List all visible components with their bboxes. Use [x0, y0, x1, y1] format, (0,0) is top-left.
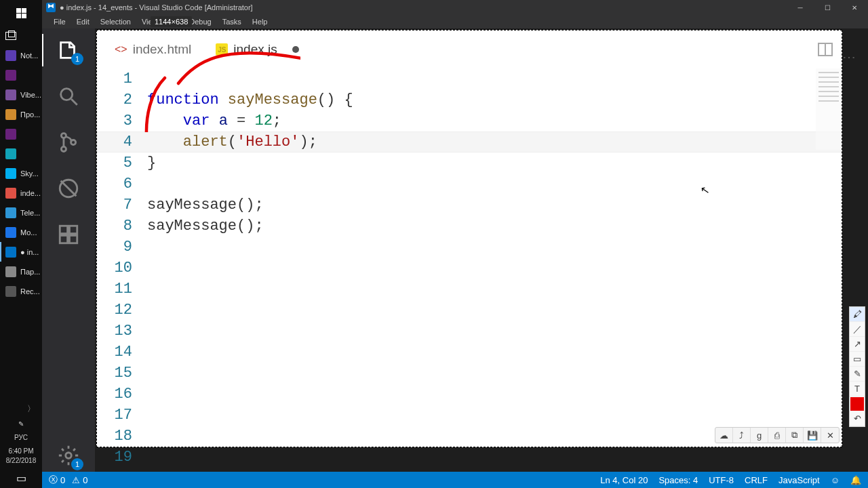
dirty-indicator-icon	[292, 46, 299, 53]
windows-taskbar: Not... Vibe... Про... Sky... inde... Tel…	[0, 0, 42, 488]
screenshot-selection[interactable]: <> index.html JS index.js 1 2function sa…	[96, 30, 842, 447]
editor-more-icon[interactable]: ⋯	[842, 49, 857, 65]
shot-save-icon[interactable]: 💾	[804, 428, 821, 443]
screenshot-actions: ☁ ⤴ g ⎙ ⧉ 💾 ✕	[715, 427, 840, 443]
tool-color-swatch[interactable]	[850, 397, 864, 411]
svg-rect-6	[69, 226, 77, 233]
minimap[interactable]	[816, 68, 842, 150]
status-cursor-pos[interactable]: Ln 4, Col 20	[600, 475, 648, 485]
status-eol[interactable]: CRLF	[745, 475, 768, 485]
svg-point-9	[66, 453, 72, 459]
capture-dimensions-badge: 1144×638	[151, 16, 192, 27]
tool-arrow[interactable]: ↗	[850, 337, 865, 352]
taskbar-app[interactable]	[0, 124, 42, 144]
activity-debug[interactable]	[52, 172, 85, 205]
editor-tabs: <> index.html JS index.js	[97, 30, 842, 68]
status-language[interactable]: JavaScript	[778, 475, 820, 485]
taskbar-app[interactable]: inde...	[0, 183, 42, 203]
taskbar-app-vscode[interactable]: ● in...	[0, 242, 42, 262]
notifications-icon[interactable]: ▭	[0, 468, 42, 488]
activity-settings[interactable]: 1	[52, 439, 85, 472]
menu-help[interactable]: Help	[248, 16, 273, 27]
split-editor-icon[interactable]	[817, 41, 833, 58]
settings-badge: 1	[71, 458, 83, 470]
taskbar-app[interactable]: Rec...	[0, 281, 42, 301]
shot-close-icon[interactable]: ✕	[821, 428, 839, 443]
minimize-button[interactable]: ─	[787, 0, 814, 15]
html-file-icon: <>	[115, 43, 127, 56]
svg-point-2	[61, 146, 66, 151]
code-editor[interactable]: 1 2function sayMessage() { 3 var a = 12;…	[97, 68, 842, 447]
start-button[interactable]	[0, 0, 42, 26]
status-bar: ⓧ 0 ⚠ 0 Ln 4, Col 20 Spaces: 4 UTF-8 CRL…	[42, 472, 868, 488]
screenshot-tool-palette: 🖍 ／ ↗ ▭ ✎ T ↶	[849, 306, 865, 427]
tool-undo[interactable]: ↶	[850, 411, 865, 426]
activity-bar: 1 1	[42, 28, 95, 472]
tool-highlighter[interactable]: 🖍	[850, 307, 865, 322]
task-view-button[interactable]	[0, 26, 42, 45]
tool-rect[interactable]: ▭	[850, 352, 865, 367]
taskbar-app[interactable]: Про...	[0, 104, 42, 124]
clock[interactable]: 6:40 PM8/22/2018	[0, 445, 42, 468]
svg-rect-5	[60, 226, 67, 233]
taskbar-app[interactable]	[0, 65, 42, 85]
menu-file[interactable]: File	[49, 16, 71, 27]
status-indent[interactable]: Spaces: 4	[658, 475, 698, 485]
editor-group: 1144×638 <> index.html JS index.js	[95, 28, 868, 472]
tab-label: index.js	[233, 42, 277, 57]
pen-tray-icon[interactable]: ✎	[0, 418, 42, 431]
activity-extensions[interactable]	[52, 218, 85, 251]
taskbar-app[interactable]: Not...	[0, 45, 42, 65]
shot-print-icon[interactable]: ⎙	[768, 428, 786, 443]
menu-edit[interactable]: Edit	[72, 16, 94, 27]
tab-label: index.html	[133, 42, 192, 57]
taskbar-app[interactable]: Пар...	[0, 262, 42, 281]
activity-scm[interactable]	[52, 126, 85, 159]
shot-upload-icon[interactable]: ☁	[715, 428, 733, 443]
svg-point-0	[61, 89, 73, 100]
activity-search[interactable]	[52, 80, 85, 113]
taskbar-app[interactable]	[0, 144, 42, 163]
status-errors[interactable]: ⓧ 0	[49, 474, 65, 486]
maximize-button[interactable]: ☐	[814, 0, 841, 15]
tool-text[interactable]: T	[850, 382, 865, 396]
js-file-icon: JS	[216, 43, 228, 56]
taskbar-app[interactable]: Sky...	[0, 163, 42, 183]
status-bell-icon[interactable]: 🔔	[850, 475, 861, 485]
tool-line[interactable]: ／	[850, 322, 865, 337]
activity-explorer[interactable]: 1	[52, 34, 85, 66]
explorer-badge: 1	[71, 53, 83, 65]
status-warnings[interactable]: ⚠ 0	[72, 475, 87, 485]
vscode-window: ● index.js - 14_events - Visual Studio C…	[42, 0, 868, 488]
svg-rect-8	[69, 235, 77, 243]
keyboard-layout[interactable]: РУС	[0, 431, 42, 445]
shot-share-icon[interactable]: ⤴	[733, 428, 751, 443]
tray-overflow-icon[interactable]: 〉	[0, 400, 42, 418]
status-encoding[interactable]: UTF-8	[709, 475, 734, 485]
svg-rect-7	[60, 235, 67, 243]
tool-pencil[interactable]: ✎	[850, 367, 865, 382]
menu-selection[interactable]: Selection	[96, 16, 136, 27]
taskbar-app[interactable]: Tele...	[0, 203, 42, 222]
status-feedback-icon[interactable]: ☺	[831, 475, 840, 485]
taskbar-app[interactable]: Mo...	[0, 222, 42, 242]
shot-search-icon[interactable]: g	[751, 428, 768, 443]
tab-index-js[interactable]: JS index.js	[203, 37, 311, 62]
taskbar-app[interactable]: Vibe...	[0, 85, 42, 104]
titlebar: ● index.js - 14_events - Visual Studio C…	[42, 0, 868, 15]
menu-tasks[interactable]: Tasks	[218, 16, 246, 27]
window-title: ● index.js - 14_events - Visual Studio C…	[60, 3, 253, 12]
vscode-icon	[46, 3, 56, 12]
close-button[interactable]: ✕	[841, 0, 868, 15]
shot-copy-icon[interactable]: ⧉	[786, 428, 804, 443]
svg-point-1	[61, 134, 66, 138]
tab-index-html[interactable]: <> index.html	[102, 37, 203, 62]
